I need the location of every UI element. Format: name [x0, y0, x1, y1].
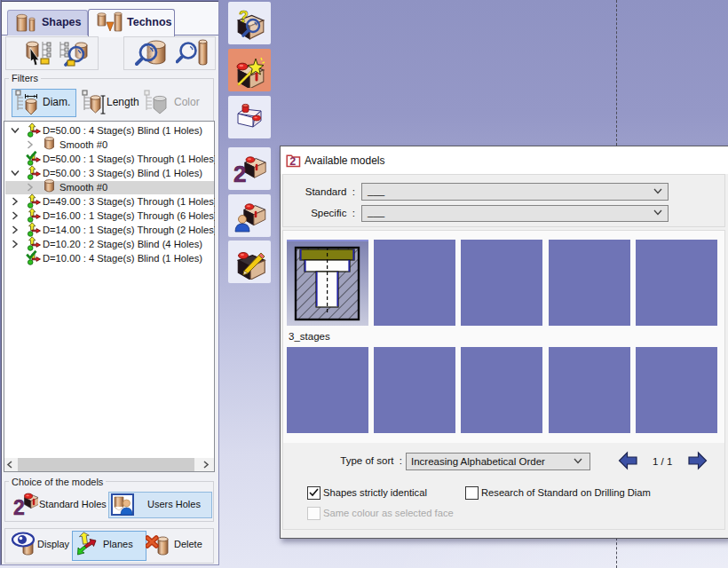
svg-text:2: 2	[233, 161, 246, 186]
svg-text:2: 2	[13, 496, 25, 517]
svg-text:2: 2	[289, 155, 296, 168]
